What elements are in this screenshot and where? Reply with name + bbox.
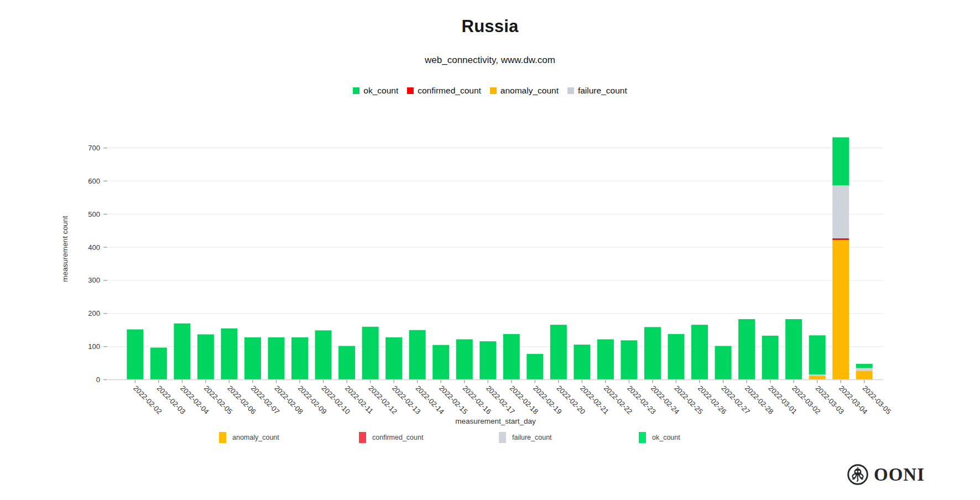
ooni-logo: OONI: [846, 463, 925, 486]
bar-segment-ok_count[interactable]: [456, 339, 473, 379]
bar-segment-ok_count[interactable]: [856, 364, 873, 368]
bar[interactable]: [456, 339, 473, 379]
y-tick-label: 500: [88, 210, 100, 218]
bar-segment-anomaly_count[interactable]: [832, 240, 849, 380]
bar[interactable]: [150, 347, 167, 379]
bar-segment-failure_count[interactable]: [809, 374, 826, 376]
bar[interactable]: [550, 325, 567, 379]
bar[interactable]: [244, 337, 261, 380]
bar[interactable]: [432, 345, 449, 380]
bar[interactable]: [715, 346, 732, 379]
y-tick-label: 200: [88, 309, 100, 317]
bar[interactable]: [409, 330, 426, 380]
legend-bottom-item: confirmed_count: [359, 432, 423, 443]
legend-swatch: [359, 432, 366, 443]
x-axis-title: measurement_start_day: [455, 417, 536, 425]
bar-segment-ok_count[interactable]: [621, 340, 637, 379]
bar-segment-ok_count[interactable]: [527, 354, 543, 380]
bar[interactable]: [668, 334, 684, 380]
bar-segment-ok_count[interactable]: [315, 330, 332, 379]
bar[interactable]: [574, 345, 590, 379]
ooni-logo-text: OONI: [874, 465, 925, 485]
bar[interactable]: [268, 337, 284, 380]
bar-segment-ok_count[interactable]: [432, 345, 449, 380]
bar-segment-failure_count[interactable]: [832, 185, 849, 238]
legend-bottom-item: ok_count: [639, 432, 680, 443]
bar-segment-ok_count[interactable]: [715, 346, 732, 379]
legend-swatch: [639, 432, 646, 443]
ooni-octopus-icon: [846, 463, 869, 486]
bar-segment-ok_count[interactable]: [668, 334, 684, 380]
bar[interactable]: [785, 319, 802, 380]
y-tick-label: 400: [88, 243, 100, 252]
bar[interactable]: [197, 334, 214, 379]
bar-segment-ok_count[interactable]: [409, 330, 426, 380]
bar[interactable]: [762, 336, 779, 380]
legend-bottom-item: anomaly_count: [219, 432, 279, 443]
bar-segment-ok_count[interactable]: [385, 337, 402, 380]
bar-segment-ok_count[interactable]: [150, 347, 167, 379]
bar[interactable]: [621, 340, 637, 379]
bar[interactable]: [479, 341, 496, 379]
legend-label: anomaly_count: [232, 434, 279, 441]
y-axis-title: measurement count: [61, 216, 69, 282]
bar-segment-ok_count[interactable]: [832, 137, 849, 185]
stacked-bar-chart: 0100200300400500600700measurement count2…: [0, 0, 980, 500]
legend-label: ok_count: [652, 434, 680, 441]
legend-swatch: [499, 432, 506, 443]
bar-segment-ok_count[interactable]: [691, 325, 708, 379]
bar-segment-ok_count[interactable]: [291, 337, 308, 380]
bar-segment-ok_count[interactable]: [174, 324, 190, 380]
bar-segment-ok_count[interactable]: [268, 337, 284, 380]
bar[interactable]: [527, 354, 543, 380]
y-tick-label: 300: [88, 276, 100, 284]
bar-segment-failure_count[interactable]: [856, 368, 873, 371]
bar[interactable]: [832, 137, 849, 379]
bar[interactable]: [385, 337, 402, 380]
bar-segment-ok_count[interactable]: [644, 327, 661, 379]
bar[interactable]: [315, 330, 332, 379]
bar-segment-ok_count[interactable]: [244, 337, 261, 380]
bar-segment-ok_count[interactable]: [362, 327, 379, 380]
bar-segment-ok_count[interactable]: [221, 329, 237, 380]
bar-segment-anomaly_count[interactable]: [809, 376, 826, 379]
bar-segment-anomaly_count[interactable]: [856, 371, 873, 379]
bar[interactable]: [338, 346, 355, 379]
legend-bottom-item: failure_count: [499, 432, 552, 443]
bar[interactable]: [174, 324, 190, 380]
bar[interactable]: [503, 334, 520, 380]
bar[interactable]: [597, 339, 614, 379]
bar[interactable]: [809, 335, 826, 379]
bar-segment-ok_count[interactable]: [809, 335, 826, 374]
bar[interactable]: [362, 327, 379, 380]
bar[interactable]: [127, 330, 143, 380]
y-tick-label: 600: [88, 177, 100, 185]
bar[interactable]: [644, 327, 661, 379]
y-tick-label: 700: [88, 144, 100, 152]
bar[interactable]: [291, 337, 308, 380]
bar-segment-ok_count[interactable]: [785, 319, 802, 380]
bar-segment-ok_count[interactable]: [550, 325, 567, 379]
bar[interactable]: [856, 364, 873, 380]
bar-segment-ok_count[interactable]: [503, 334, 520, 380]
legend-label: confirmed_count: [372, 434, 423, 441]
bar[interactable]: [738, 319, 755, 380]
bar-segment-ok_count[interactable]: [338, 346, 355, 379]
y-tick-label: 100: [88, 342, 100, 351]
legend-swatch: [219, 432, 226, 443]
bar-segment-ok_count[interactable]: [597, 339, 614, 379]
y-tick-label: 0: [96, 376, 100, 384]
bar[interactable]: [691, 325, 708, 379]
ooni-mat-chart-page: Russia web_connectivity, www.dw.com ok_c…: [0, 0, 980, 500]
bar-segment-ok_count[interactable]: [127, 330, 143, 380]
bar-segment-ok_count[interactable]: [197, 334, 214, 379]
bar-segment-ok_count[interactable]: [574, 345, 590, 379]
bar-segment-ok_count[interactable]: [738, 319, 755, 380]
bar[interactable]: [221, 329, 237, 380]
legend-label: failure_count: [512, 434, 552, 441]
bar-segment-confirmed_count[interactable]: [832, 238, 849, 240]
bar-segment-ok_count[interactable]: [762, 336, 779, 380]
bar-segment-ok_count[interactable]: [479, 341, 496, 379]
